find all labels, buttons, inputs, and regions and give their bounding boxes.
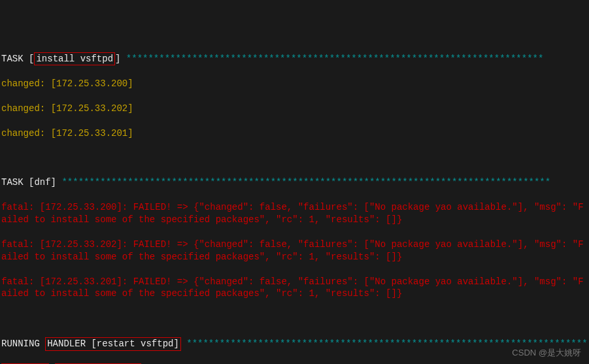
task-result: changed: [172.25.33.200]	[1, 78, 588, 90]
handler-name-highlight: HANDLER [restart vsftpd]	[45, 337, 181, 351]
task-error: fatal: [172.25.33.200]: FAILED! => {"cha…	[1, 201, 588, 226]
task-name-highlight: install vsftpd	[34, 52, 115, 66]
watermark: CSDN @是大姚呀	[512, 347, 581, 359]
task-result: changed: [172.25.33.201]	[1, 127, 588, 140]
handler-header: RUNNING HANDLER [restart vsftpd] *******…	[1, 337, 588, 351]
task-header: TASK [install vsftpd] ******************…	[1, 52, 588, 66]
task-result: changed: [172.25.33.202]	[1, 103, 588, 115]
task-error: fatal: [172.25.33.202]: FAILED! => {"cha…	[1, 239, 588, 263]
task-error: fatal: [172.25.33.201]: FAILED! => {"cha…	[1, 276, 588, 301]
task-header: TASK [dnf] *****************************…	[1, 176, 588, 189]
